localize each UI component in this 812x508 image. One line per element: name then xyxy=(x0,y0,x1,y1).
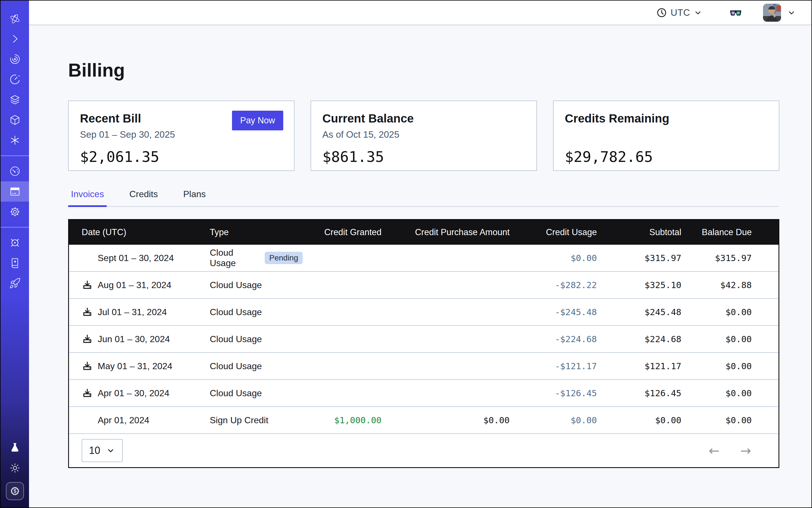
invoice-date-cell: Jun 01 – 30, 2024 xyxy=(69,333,210,345)
column-header-balance-due: Balance Due xyxy=(681,227,752,238)
invoice-table-body: Sept 01 – 30, 2024 Cloud Usage Pending $… xyxy=(69,245,778,434)
credit-granted-value: $1,000.00 xyxy=(303,415,382,425)
user-avatar[interactable] xyxy=(763,4,781,22)
card-title: Credits Remaining xyxy=(565,112,768,125)
download-icon xyxy=(82,307,93,318)
page-size-select[interactable]: 10 xyxy=(82,439,123,462)
invoice-type-cell: Cloud Usage xyxy=(210,361,303,372)
invoice-type-cell: Cloud Usage xyxy=(210,388,303,398)
invoice-row: Apr 01 – 30, 2024 Cloud Usage -$126.45 $… xyxy=(69,380,778,407)
invoice-type: Cloud Usage xyxy=(210,307,262,318)
gauge-icon xyxy=(9,165,21,177)
sidebar-item-usage[interactable] xyxy=(1,161,29,181)
table-header: Date (UTC) Type Credit Granted Credit Pu… xyxy=(69,220,778,245)
invoice-date: Apr 01, 2024 xyxy=(98,415,149,425)
download-invoice-button[interactable] xyxy=(82,306,93,318)
invoice-type: Cloud Usage xyxy=(210,334,262,344)
subtotal-value: $224.68 xyxy=(597,334,681,344)
previous-page-button[interactable]: ← xyxy=(705,443,723,458)
timezone-selector[interactable]: UTC xyxy=(656,7,702,18)
app-logo[interactable] xyxy=(1,9,29,29)
invoice-date: May 01 – 31, 2024 xyxy=(98,361,172,372)
recent-bill-card: Recent Bill Sep 01 – Sep 30, 2025 $2,061… xyxy=(68,100,295,171)
sidebar-item-support[interactable] xyxy=(1,232,29,253)
sidebar-item-theme[interactable] xyxy=(1,458,29,478)
chevron-down-icon xyxy=(694,8,702,17)
sidebar-divider xyxy=(1,156,29,156)
invoice-row: Jul 01 – 31, 2024 Cloud Usage -$245.48 $… xyxy=(69,299,778,326)
layers-icon xyxy=(9,94,21,105)
download-invoice-button[interactable] xyxy=(82,333,93,345)
invoice-type-cell: Cloud Usage xyxy=(210,280,303,290)
table-footer: 10 ← → xyxy=(69,434,778,467)
balance-due-value: $0.00 xyxy=(681,307,752,317)
next-page-button[interactable]: → xyxy=(737,443,755,458)
download-icon xyxy=(82,334,93,344)
sidebar-item-functions[interactable] xyxy=(1,130,29,151)
credit-usage-value: $0.00 xyxy=(510,415,597,425)
chevron-down-icon xyxy=(106,446,115,455)
tab-invoices[interactable]: Invoices xyxy=(68,189,107,206)
book-sparkle-icon xyxy=(9,257,21,269)
invoice-date-cell: Apr 01, 2024 xyxy=(69,415,210,426)
invoice-type: Cloud Usage xyxy=(210,361,262,372)
balance-due-value: $0.00 xyxy=(681,334,752,344)
dollar-badge-icon: $ xyxy=(9,485,21,497)
invoice-type: Cloud Usage xyxy=(210,280,262,290)
sidebar-item-docs[interactable] xyxy=(1,253,29,273)
invoice-date-cell: Sept 01 – 30, 2024 xyxy=(69,252,210,263)
credits-button[interactable]: $ xyxy=(6,482,24,500)
svg-text:$: $ xyxy=(13,488,16,494)
subtotal-value: $315.97 xyxy=(597,253,681,263)
sidebar-item-labs[interactable] xyxy=(1,437,29,458)
avatar-photo xyxy=(763,4,781,22)
invoice-date-cell: Apr 01 – 30, 2024 xyxy=(69,387,210,399)
sidebar-item-layers[interactable] xyxy=(1,90,29,110)
column-header-credit-granted: Credit Granted xyxy=(303,227,382,238)
invoice-date-cell: Jul 01 – 31, 2024 xyxy=(69,306,210,318)
account-menu[interactable] xyxy=(787,8,796,17)
topbar: UTC xyxy=(29,1,811,25)
sidebar-item-expand[interactable] xyxy=(1,29,29,49)
invoices-table: Date (UTC) Type Credit Granted Credit Pu… xyxy=(68,219,779,468)
download-invoice-button[interactable] xyxy=(82,279,93,291)
invoice-row: Aug 01 – 31, 2024 Cloud Usage -$282.22 $… xyxy=(69,272,778,299)
download-icon xyxy=(82,280,93,290)
card-title: Current Balance xyxy=(323,112,525,125)
balance-due-value: $42.88 xyxy=(681,280,752,290)
asterisk-icon xyxy=(9,134,21,146)
invoice-row: May 01 – 31, 2024 Cloud Usage -$121.17 $… xyxy=(69,353,778,380)
billing-card-icon xyxy=(9,185,21,198)
credit-usage-value: $0.00 xyxy=(510,253,597,263)
invoice-type-cell: Cloud Usage Pending xyxy=(210,248,303,268)
sidebar-item-getting-started[interactable] xyxy=(1,273,29,293)
credit-usage-value: -$126.45 xyxy=(510,388,597,398)
sidebar-item-containers[interactable] xyxy=(1,110,29,130)
demo-mode-toggle[interactable] xyxy=(729,8,742,18)
sidebar-item-settings[interactable] xyxy=(1,202,29,222)
sidebar-item-observe[interactable] xyxy=(1,49,29,69)
tab-plans[interactable]: Plans xyxy=(180,189,209,206)
download-icon xyxy=(82,388,93,398)
download-invoice-button[interactable] xyxy=(82,361,93,372)
credit-usage-value: -$282.22 xyxy=(510,280,597,290)
gear-icon xyxy=(9,206,21,218)
sidebar-item-timer[interactable] xyxy=(1,69,29,90)
tab-credits[interactable]: Credits xyxy=(126,189,161,206)
recent-bill-amount: $2,061.35 xyxy=(80,149,283,165)
sidebar-item-billing[interactable] xyxy=(1,181,29,202)
credit-usage-value: -$224.68 xyxy=(510,334,597,344)
pay-now-button[interactable]: Pay Now xyxy=(232,111,283,130)
column-header-credit-usage: Credit Usage xyxy=(510,227,597,238)
invoice-type-cell: Cloud Usage xyxy=(210,334,303,344)
page-size-value: 10 xyxy=(89,444,100,457)
subtotal-value: $0.00 xyxy=(597,415,681,425)
invoice-date-cell: May 01 – 31, 2024 xyxy=(69,361,210,372)
download-invoice-button[interactable] xyxy=(82,387,93,399)
timezone-label: UTC xyxy=(671,7,690,18)
ship-wheel-icon xyxy=(9,237,21,249)
sidebar: $ xyxy=(1,1,29,507)
billing-tabs: Invoices Credits Plans xyxy=(68,189,779,207)
invoice-date: Jun 01 – 30, 2024 xyxy=(98,334,170,344)
invoice-row: Sept 01 – 30, 2024 Cloud Usage Pending $… xyxy=(69,245,778,272)
